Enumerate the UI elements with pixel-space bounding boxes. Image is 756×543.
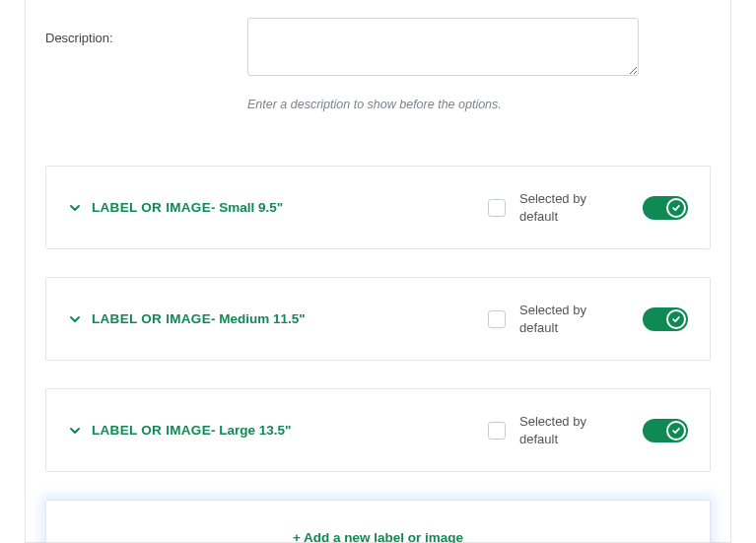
option-item: LABEL OR IMAGE - Large 13.5" Selected by… xyxy=(45,388,711,472)
option-controls: Selected by default xyxy=(488,302,688,336)
option-controls: Selected by default xyxy=(488,413,688,447)
option-item: LABEL OR IMAGE - Small 9.5" Selected by … xyxy=(45,166,711,249)
option-items: LABEL OR IMAGE - Small 9.5" Selected by … xyxy=(45,166,711,543)
selected-default-checkbox[interactable] xyxy=(488,422,506,440)
chevron-down-icon xyxy=(68,312,82,326)
enable-toggle[interactable] xyxy=(643,307,688,331)
selected-default-label: Selected by default xyxy=(519,190,603,225)
chevron-down-icon xyxy=(68,424,82,438)
check-icon xyxy=(666,198,686,218)
check-icon xyxy=(666,421,686,441)
option-controls: Selected by default xyxy=(488,190,688,225)
option-title-prefix: LABEL OR IMAGE xyxy=(92,200,211,215)
enable-toggle[interactable] xyxy=(643,196,688,220)
description-row: Description: xyxy=(45,0,711,80)
selected-default-checkbox[interactable] xyxy=(488,310,506,328)
chevron-down-icon xyxy=(68,201,82,215)
description-label: Description: xyxy=(45,18,247,45)
option-toggle-expand[interactable]: LABEL OR IMAGE - Large 13.5" xyxy=(68,423,488,438)
option-title-suffix: - Small 9.5" xyxy=(211,200,283,215)
option-title-prefix: LABEL OR IMAGE xyxy=(92,311,211,326)
option-item: LABEL OR IMAGE - Medium 11.5" Selected b… xyxy=(45,277,711,361)
option-title-prefix: LABEL OR IMAGE xyxy=(92,423,211,438)
check-icon xyxy=(666,309,686,329)
description-input[interactable] xyxy=(247,18,639,76)
option-toggle-expand[interactable]: LABEL OR IMAGE - Small 9.5" xyxy=(68,200,488,215)
add-label-text: + Add a new label or image xyxy=(293,530,463,543)
option-title-suffix: - Medium 11.5" xyxy=(211,311,306,326)
option-toggle-expand[interactable]: LABEL OR IMAGE - Medium 11.5" xyxy=(68,311,488,326)
description-helper: Enter a description to show before the o… xyxy=(247,98,711,111)
option-title-suffix: - Large 13.5" xyxy=(211,423,291,438)
selected-default-label: Selected by default xyxy=(519,302,603,336)
enable-toggle[interactable] xyxy=(643,419,688,442)
selected-default-checkbox[interactable] xyxy=(488,199,506,217)
description-input-wrap xyxy=(247,18,711,80)
add-label-button[interactable]: + Add a new label or image xyxy=(45,500,711,543)
options-panel: Description: Enter a description to show… xyxy=(25,0,731,543)
selected-default-label: Selected by default xyxy=(519,413,603,447)
